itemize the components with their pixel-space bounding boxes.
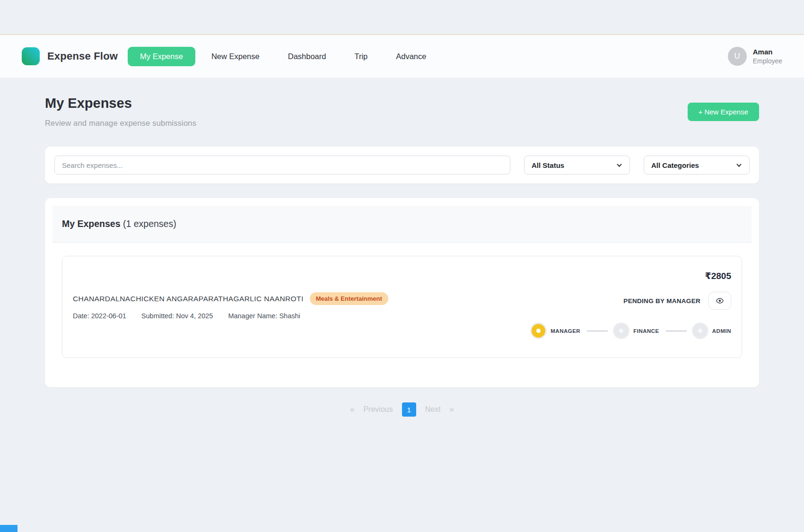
expense-meta: Date: 2022-06-01 Submitted: Nov 4, 2025 …: [73, 312, 388, 320]
user-name: Aman: [753, 48, 782, 56]
title-block: My Expenses Review and manage expense su…: [45, 96, 196, 128]
bottom-left-blue-strip: [0, 525, 17, 532]
current-page[interactable]: 1: [402, 402, 416, 417]
chevron-down-icon: [616, 162, 622, 168]
brand[interactable]: Expense Flow: [22, 47, 118, 65]
expenses-card-header: My Expenses (1 expenses): [52, 206, 752, 243]
step-dot-pending-icon: [614, 324, 628, 338]
nav-item-advance[interactable]: Advance: [384, 47, 438, 66]
main-nav: My Expense New Expense Dashboard Trip Ad…: [128, 47, 438, 66]
user-meta: Aman Employee: [753, 48, 782, 65]
brand-name: Expense Flow: [47, 50, 118, 62]
pagination: « Previous 1 Next »: [45, 402, 759, 417]
page-title: My Expenses: [45, 96, 196, 111]
app-header: Expense Flow My Expense New Expense Dash…: [0, 34, 804, 78]
last-page-arrow[interactable]: »: [450, 405, 454, 414]
approval-step-admin: ADMIN: [693, 324, 731, 338]
expenses-card: My Expenses (1 expenses) CHANARDALNACHIC…: [45, 198, 759, 387]
next-page-link[interactable]: Next: [425, 405, 441, 414]
expense-name: CHANARDALNACHICKEN ANGARAPARATHAGARLIC N…: [73, 295, 304, 303]
view-expense-button[interactable]: [708, 292, 731, 310]
approval-steps: MANAGER FINANCE ADMIN: [532, 324, 731, 338]
user-role: Employee: [753, 57, 782, 65]
search-input[interactable]: [54, 156, 510, 174]
step-connector: [666, 331, 687, 331]
app-logo-icon: [22, 47, 40, 65]
nav-item-dashboard[interactable]: Dashboard: [276, 47, 339, 66]
expense-title-row: CHANARDALNACHICKEN ANGARAPARATHAGARLIC N…: [73, 292, 388, 305]
chevron-down-icon: [736, 162, 742, 168]
expense-row: CHANARDALNACHICKEN ANGARAPARATHAGARLIC N…: [62, 256, 742, 358]
step-label: ADMIN: [712, 328, 731, 334]
top-strip: [0, 0, 804, 34]
eye-icon: [716, 297, 724, 305]
category-select[interactable]: All Categories: [644, 156, 750, 174]
expense-status-block: ₹2805 PENDING BY MANAGER MANAGER: [532, 267, 731, 345]
filter-bar: All Status All Categories: [45, 147, 759, 183]
nav-item-my-expense[interactable]: My Expense: [128, 47, 195, 66]
category-badge: Meals & Entertainment: [310, 292, 388, 305]
approval-step-manager: MANAGER: [532, 324, 580, 338]
status-row: PENDING BY MANAGER: [623, 292, 731, 310]
previous-page-link[interactable]: Previous: [363, 405, 393, 414]
nav-item-trip[interactable]: Trip: [342, 47, 380, 66]
step-label: FINANCE: [633, 328, 659, 334]
main-content: My Expenses Review and manage expense su…: [45, 78, 759, 417]
expense-amount: ₹2805: [705, 270, 732, 281]
title-row: My Expenses Review and manage expense su…: [45, 96, 759, 128]
new-expense-button[interactable]: + New Expense: [688, 103, 759, 121]
status-badge: PENDING BY MANAGER: [623, 297, 700, 305]
user-menu[interactable]: U Aman Employee: [728, 47, 782, 66]
step-dot-pending-icon: [693, 324, 707, 338]
step-connector: [587, 331, 608, 331]
approval-step-finance: FINANCE: [614, 324, 659, 338]
expense-submitted: Submitted: Nov 4, 2025: [141, 312, 213, 320]
expense-details: CHANARDALNACHICKEN ANGARAPARATHAGARLIC N…: [73, 267, 388, 345]
page-subtitle: Review and manage expense submissions: [45, 119, 196, 128]
nav-item-new-expense[interactable]: New Expense: [199, 47, 272, 66]
first-page-arrow[interactable]: «: [350, 405, 354, 414]
avatar: U: [728, 47, 747, 66]
step-dot-active-icon: [532, 324, 545, 338]
expenses-count: (1 expenses): [123, 218, 176, 229]
expenses-card-title: My Expenses: [62, 218, 121, 229]
expense-date: Date: 2022-06-01: [73, 312, 126, 320]
status-select-value: All Status: [532, 161, 564, 169]
status-select[interactable]: All Status: [524, 156, 630, 174]
category-select-value: All Categories: [651, 161, 699, 169]
expense-manager: Manager Name: Shashi: [228, 312, 300, 320]
step-label: MANAGER: [551, 328, 580, 334]
